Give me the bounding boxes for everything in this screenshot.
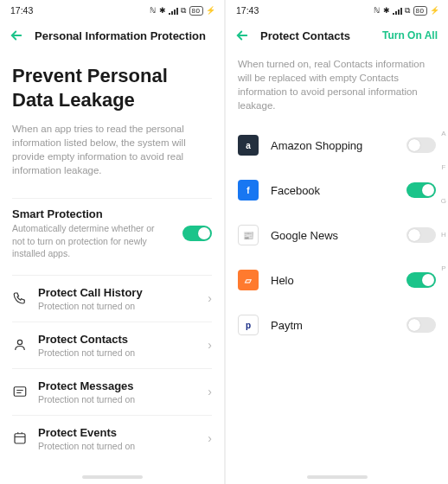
row-title: Protect Messages <box>38 379 197 392</box>
back-icon[interactable] <box>9 28 24 43</box>
page-description: When turned on, real Contacts informatio… <box>238 57 436 112</box>
alpha-index[interactable]: AFGHP <box>441 130 446 272</box>
contacts-icon <box>12 337 28 353</box>
svg-rect-2 <box>15 434 25 443</box>
smart-protection-title: Smart Protection <box>12 207 172 220</box>
messages-icon <box>12 384 28 399</box>
app-row: aAmazon Shopping <box>238 123 436 168</box>
row-title: Protect Events <box>38 426 197 439</box>
screen-personal-info-protection: 17:43 ℕ✱ ⧉ 80⚡ Personal Information Prot… <box>0 0 224 484</box>
main-heading: Prevent Personal Data Leakage <box>12 64 212 111</box>
app-row: ▱Helo <box>238 258 436 302</box>
index-letter[interactable]: P <box>441 264 446 272</box>
nav-bar[interactable] <box>82 475 143 479</box>
smart-protection-row: Smart Protection Automatically determine… <box>12 198 212 275</box>
chevron-right-icon: › <box>208 431 212 445</box>
index-letter[interactable]: A <box>441 130 446 137</box>
app-name-label: Amazon Shopping <box>271 139 394 152</box>
app-toggle[interactable] <box>406 317 436 333</box>
app-toggle[interactable] <box>406 182 436 198</box>
status-time: 17:43 <box>236 5 259 16</box>
app-name-label: Google News <box>271 229 394 242</box>
app-name-label: Paytm <box>271 319 394 332</box>
smart-protection-toggle[interactable] <box>182 226 212 241</box>
app-row: 📰Google News <box>238 213 436 258</box>
svg-point-0 <box>17 341 22 345</box>
status-time: 17:43 <box>10 5 33 16</box>
app-name-label: Helo <box>271 274 394 287</box>
status-icons: ℕ✱ ⧉ 80⚡ <box>374 6 439 16</box>
app-icon: ▱ <box>238 270 259 290</box>
page-title: Personal Information Protection <box>35 29 206 42</box>
protect-contacts-row[interactable]: Protect Contacts Protection not turned o… <box>12 322 212 368</box>
protect-events-row[interactable]: Protect Events Protection not turned on … <box>12 415 212 462</box>
row-title: Protect Call History <box>38 286 197 299</box>
app-row: fFacebook <box>238 168 436 213</box>
app-row: pPaytm <box>238 302 436 347</box>
app-icon: 📰 <box>238 225 259 245</box>
row-sub: Protection not turned on <box>38 394 197 404</box>
index-letter[interactable]: G <box>441 197 446 205</box>
index-letter[interactable]: H <box>441 231 446 239</box>
smart-protection-sub: Automatically determine whether or not t… <box>12 222 168 259</box>
row-sub: Protection not turned on <box>38 301 197 311</box>
header: Protect Contacts Turn On All <box>226 19 448 52</box>
app-icon: f <box>238 180 259 201</box>
app-toggle[interactable] <box>406 137 436 153</box>
chevron-right-icon: › <box>208 291 212 305</box>
main-description: When an app tries to read the personal i… <box>12 122 212 177</box>
header: Personal Information Protection <box>0 19 224 52</box>
row-sub: Protection not turned on <box>38 347 197 358</box>
svg-rect-1 <box>14 387 26 397</box>
app-toggle[interactable] <box>406 272 436 288</box>
turn-on-all-button[interactable]: Turn On All <box>382 29 438 41</box>
status-icons: ℕ✱ ⧉ 80⚡ <box>150 6 215 16</box>
app-name-label: Facebook <box>271 184 394 197</box>
phone-icon <box>12 290 28 306</box>
status-bar: 17:43 ℕ✱ ⧉ 80⚡ <box>0 0 224 19</box>
calendar-icon <box>12 430 28 446</box>
page-title: Protect Contacts <box>260 29 350 42</box>
app-icon: p <box>238 315 259 335</box>
nav-bar[interactable] <box>307 475 368 479</box>
chevron-right-icon: › <box>208 338 212 352</box>
row-title: Protect Contacts <box>38 333 197 346</box>
status-bar: 17:43 ℕ✱ ⧉ 80⚡ <box>226 0 448 19</box>
back-icon[interactable] <box>234 28 250 43</box>
protect-messages-row[interactable]: Protect Messages Protection not turned o… <box>12 368 212 415</box>
chevron-right-icon: › <box>208 385 212 398</box>
index-letter[interactable]: F <box>441 163 446 171</box>
protect-call-history-row[interactable]: Protect Call History Protection not turn… <box>12 275 212 322</box>
app-toggle[interactable] <box>406 227 436 243</box>
row-sub: Protection not turned on <box>38 441 197 451</box>
app-icon: a <box>238 135 259 156</box>
screen-protect-contacts: 17:43 ℕ✱ ⧉ 80⚡ Protect Contacts Turn On … <box>224 0 448 484</box>
